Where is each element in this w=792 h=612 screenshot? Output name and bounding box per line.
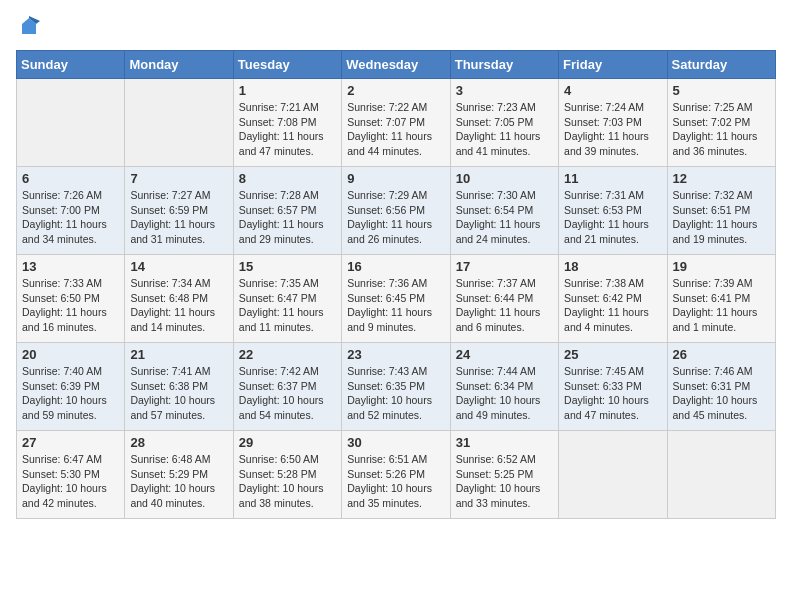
day-number: 10 — [456, 171, 553, 186]
cell-content: Sunrise: 7:42 AM Sunset: 6:37 PM Dayligh… — [239, 364, 336, 423]
cell-content: Sunrise: 7:39 AM Sunset: 6:41 PM Dayligh… — [673, 276, 770, 335]
cell-content: Sunrise: 6:50 AM Sunset: 5:28 PM Dayligh… — [239, 452, 336, 511]
cell-content: Sunrise: 7:32 AM Sunset: 6:51 PM Dayligh… — [673, 188, 770, 247]
day-number: 21 — [130, 347, 227, 362]
page-header — [16, 16, 776, 38]
day-number: 30 — [347, 435, 444, 450]
day-number: 20 — [22, 347, 119, 362]
day-number: 22 — [239, 347, 336, 362]
logo-icon — [18, 16, 40, 38]
day-number: 14 — [130, 259, 227, 274]
day-number: 2 — [347, 83, 444, 98]
calendar-cell: 2Sunrise: 7:22 AM Sunset: 7:07 PM Daylig… — [342, 79, 450, 167]
cell-content: Sunrise: 7:37 AM Sunset: 6:44 PM Dayligh… — [456, 276, 553, 335]
day-number: 7 — [130, 171, 227, 186]
cell-content: Sunrise: 7:43 AM Sunset: 6:35 PM Dayligh… — [347, 364, 444, 423]
day-number: 16 — [347, 259, 444, 274]
calendar-cell: 25Sunrise: 7:45 AM Sunset: 6:33 PM Dayli… — [559, 343, 667, 431]
day-number: 23 — [347, 347, 444, 362]
calendar-cell: 15Sunrise: 7:35 AM Sunset: 6:47 PM Dayli… — [233, 255, 341, 343]
cell-content: Sunrise: 7:46 AM Sunset: 6:31 PM Dayligh… — [673, 364, 770, 423]
calendar-cell — [559, 431, 667, 519]
calendar-cell: 16Sunrise: 7:36 AM Sunset: 6:45 PM Dayli… — [342, 255, 450, 343]
calendar-table: SundayMondayTuesdayWednesdayThursdayFrid… — [16, 50, 776, 519]
calendar-cell: 13Sunrise: 7:33 AM Sunset: 6:50 PM Dayli… — [17, 255, 125, 343]
day-number: 29 — [239, 435, 336, 450]
cell-content: Sunrise: 7:24 AM Sunset: 7:03 PM Dayligh… — [564, 100, 661, 159]
cell-content: Sunrise: 7:41 AM Sunset: 6:38 PM Dayligh… — [130, 364, 227, 423]
day-number: 28 — [130, 435, 227, 450]
calendar-cell: 27Sunrise: 6:47 AM Sunset: 5:30 PM Dayli… — [17, 431, 125, 519]
cell-content: Sunrise: 7:35 AM Sunset: 6:47 PM Dayligh… — [239, 276, 336, 335]
header-day-sunday: Sunday — [17, 51, 125, 79]
header-day-friday: Friday — [559, 51, 667, 79]
cell-content: Sunrise: 7:28 AM Sunset: 6:57 PM Dayligh… — [239, 188, 336, 247]
calendar-week-2: 6Sunrise: 7:26 AM Sunset: 7:00 PM Daylig… — [17, 167, 776, 255]
calendar-cell: 9Sunrise: 7:29 AM Sunset: 6:56 PM Daylig… — [342, 167, 450, 255]
calendar-cell: 26Sunrise: 7:46 AM Sunset: 6:31 PM Dayli… — [667, 343, 775, 431]
cell-content: Sunrise: 6:52 AM Sunset: 5:25 PM Dayligh… — [456, 452, 553, 511]
cell-content: Sunrise: 7:22 AM Sunset: 7:07 PM Dayligh… — [347, 100, 444, 159]
cell-content: Sunrise: 6:47 AM Sunset: 5:30 PM Dayligh… — [22, 452, 119, 511]
calendar-cell: 3Sunrise: 7:23 AM Sunset: 7:05 PM Daylig… — [450, 79, 558, 167]
day-number: 25 — [564, 347, 661, 362]
day-number: 1 — [239, 83, 336, 98]
day-number: 11 — [564, 171, 661, 186]
day-number: 18 — [564, 259, 661, 274]
calendar-cell: 19Sunrise: 7:39 AM Sunset: 6:41 PM Dayli… — [667, 255, 775, 343]
calendar-cell: 24Sunrise: 7:44 AM Sunset: 6:34 PM Dayli… — [450, 343, 558, 431]
day-number: 4 — [564, 83, 661, 98]
cell-content: Sunrise: 7:27 AM Sunset: 6:59 PM Dayligh… — [130, 188, 227, 247]
calendar-cell: 5Sunrise: 7:25 AM Sunset: 7:02 PM Daylig… — [667, 79, 775, 167]
day-number: 12 — [673, 171, 770, 186]
day-number: 5 — [673, 83, 770, 98]
cell-content: Sunrise: 7:33 AM Sunset: 6:50 PM Dayligh… — [22, 276, 119, 335]
cell-content: Sunrise: 6:48 AM Sunset: 5:29 PM Dayligh… — [130, 452, 227, 511]
calendar-week-3: 13Sunrise: 7:33 AM Sunset: 6:50 PM Dayli… — [17, 255, 776, 343]
calendar-header-row: SundayMondayTuesdayWednesdayThursdayFrid… — [17, 51, 776, 79]
day-number: 3 — [456, 83, 553, 98]
cell-content: Sunrise: 7:26 AM Sunset: 7:00 PM Dayligh… — [22, 188, 119, 247]
cell-content: Sunrise: 6:51 AM Sunset: 5:26 PM Dayligh… — [347, 452, 444, 511]
header-day-tuesday: Tuesday — [233, 51, 341, 79]
calendar-cell: 6Sunrise: 7:26 AM Sunset: 7:00 PM Daylig… — [17, 167, 125, 255]
calendar-cell — [17, 79, 125, 167]
calendar-cell — [667, 431, 775, 519]
cell-content: Sunrise: 7:30 AM Sunset: 6:54 PM Dayligh… — [456, 188, 553, 247]
calendar-body: 1Sunrise: 7:21 AM Sunset: 7:08 PM Daylig… — [17, 79, 776, 519]
day-number: 6 — [22, 171, 119, 186]
cell-content: Sunrise: 7:34 AM Sunset: 6:48 PM Dayligh… — [130, 276, 227, 335]
calendar-cell: 22Sunrise: 7:42 AM Sunset: 6:37 PM Dayli… — [233, 343, 341, 431]
calendar-week-5: 27Sunrise: 6:47 AM Sunset: 5:30 PM Dayli… — [17, 431, 776, 519]
day-number: 26 — [673, 347, 770, 362]
calendar-cell: 21Sunrise: 7:41 AM Sunset: 6:38 PM Dayli… — [125, 343, 233, 431]
cell-content: Sunrise: 7:38 AM Sunset: 6:42 PM Dayligh… — [564, 276, 661, 335]
cell-content: Sunrise: 7:40 AM Sunset: 6:39 PM Dayligh… — [22, 364, 119, 423]
calendar-cell: 30Sunrise: 6:51 AM Sunset: 5:26 PM Dayli… — [342, 431, 450, 519]
calendar-cell: 20Sunrise: 7:40 AM Sunset: 6:39 PM Dayli… — [17, 343, 125, 431]
cell-content: Sunrise: 7:44 AM Sunset: 6:34 PM Dayligh… — [456, 364, 553, 423]
calendar-cell: 8Sunrise: 7:28 AM Sunset: 6:57 PM Daylig… — [233, 167, 341, 255]
day-number: 17 — [456, 259, 553, 274]
day-number: 19 — [673, 259, 770, 274]
day-number: 15 — [239, 259, 336, 274]
calendar-cell: 23Sunrise: 7:43 AM Sunset: 6:35 PM Dayli… — [342, 343, 450, 431]
cell-content: Sunrise: 7:45 AM Sunset: 6:33 PM Dayligh… — [564, 364, 661, 423]
calendar-cell: 14Sunrise: 7:34 AM Sunset: 6:48 PM Dayli… — [125, 255, 233, 343]
calendar-cell: 17Sunrise: 7:37 AM Sunset: 6:44 PM Dayli… — [450, 255, 558, 343]
cell-content: Sunrise: 7:23 AM Sunset: 7:05 PM Dayligh… — [456, 100, 553, 159]
calendar-cell: 28Sunrise: 6:48 AM Sunset: 5:29 PM Dayli… — [125, 431, 233, 519]
header-day-wednesday: Wednesday — [342, 51, 450, 79]
day-number: 13 — [22, 259, 119, 274]
header-day-thursday: Thursday — [450, 51, 558, 79]
header-day-monday: Monday — [125, 51, 233, 79]
cell-content: Sunrise: 7:29 AM Sunset: 6:56 PM Dayligh… — [347, 188, 444, 247]
calendar-cell: 29Sunrise: 6:50 AM Sunset: 5:28 PM Dayli… — [233, 431, 341, 519]
logo — [16, 16, 40, 38]
calendar-cell: 10Sunrise: 7:30 AM Sunset: 6:54 PM Dayli… — [450, 167, 558, 255]
calendar-cell — [125, 79, 233, 167]
day-number: 24 — [456, 347, 553, 362]
day-number: 8 — [239, 171, 336, 186]
calendar-cell: 18Sunrise: 7:38 AM Sunset: 6:42 PM Dayli… — [559, 255, 667, 343]
day-number: 27 — [22, 435, 119, 450]
